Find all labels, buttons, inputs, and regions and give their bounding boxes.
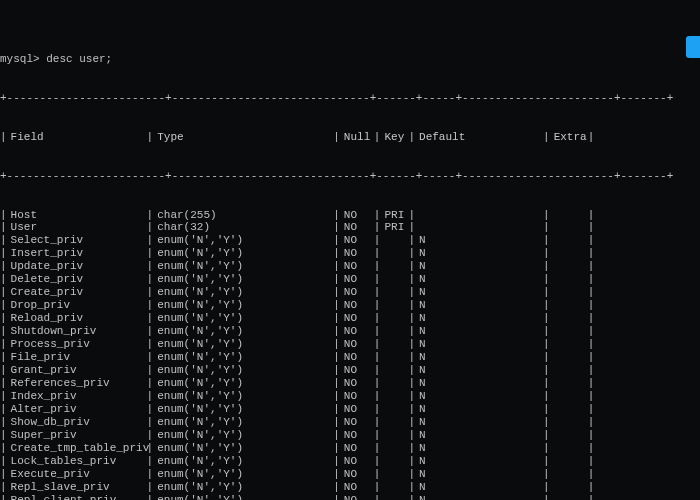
cell-default: N	[415, 260, 543, 273]
cell-key	[380, 260, 408, 273]
cell-type: enum('N','Y')	[153, 429, 333, 442]
cell-type: enum('N','Y')	[153, 416, 333, 429]
cell-type: char(32)	[153, 221, 333, 234]
cell-default	[415, 221, 543, 234]
table-row: |Host|char(255)|NO|PRI|||	[0, 209, 700, 222]
cell-type: enum('N','Y')	[153, 312, 333, 325]
cell-key: PRI	[380, 209, 408, 222]
table-border-header: +------------------------+--------------…	[0, 170, 700, 183]
table-row: |Process_priv|enum('N','Y')|NO||N||	[0, 338, 700, 351]
cell-key	[380, 455, 408, 468]
cell-key	[380, 429, 408, 442]
cell-field: Show_db_priv	[7, 416, 147, 429]
cell-null: NO	[340, 364, 374, 377]
cell-default: N	[415, 286, 543, 299]
cell-null: NO	[340, 351, 374, 364]
cell-type: enum('N','Y')	[153, 286, 333, 299]
cell-null: NO	[340, 468, 374, 481]
cell-default: N	[415, 234, 543, 247]
cell-extra	[550, 481, 588, 494]
cell-key	[380, 325, 408, 338]
cell-field: Repl_slave_priv	[7, 481, 147, 494]
cell-null: NO	[340, 338, 374, 351]
cell-default: N	[415, 377, 543, 390]
col-header-type: Type	[153, 131, 333, 144]
table-row: |Reload_priv|enum('N','Y')|NO||N||	[0, 312, 700, 325]
cell-key	[380, 442, 408, 455]
cell-type: enum('N','Y')	[153, 234, 333, 247]
cell-key	[380, 247, 408, 260]
cell-field: Grant_priv	[7, 364, 147, 377]
cell-key: PRI	[380, 221, 408, 234]
cell-key	[380, 494, 408, 500]
cell-null: NO	[340, 260, 374, 273]
cell-null: NO	[340, 416, 374, 429]
cell-type: enum('N','Y')	[153, 325, 333, 338]
cell-field: Drop_priv	[7, 299, 147, 312]
table-row: |Execute_priv|enum('N','Y')|NO||N||	[0, 468, 700, 481]
cell-type: enum('N','Y')	[153, 338, 333, 351]
cell-null: NO	[340, 312, 374, 325]
cell-field: Delete_priv	[7, 273, 147, 286]
table-row: |Grant_priv|enum('N','Y')|NO||N||	[0, 364, 700, 377]
cell-type: enum('N','Y')	[153, 455, 333, 468]
col-header-null: Null	[340, 131, 374, 144]
cell-null: NO	[340, 494, 374, 500]
cell-null: NO	[340, 234, 374, 247]
table-row: |Create_tmp_table_priv|enum('N','Y')|NO|…	[0, 442, 700, 455]
cell-type: enum('N','Y')	[153, 299, 333, 312]
cell-key	[380, 416, 408, 429]
table-row: |Repl_client_priv|enum('N','Y')|NO||N||	[0, 494, 700, 500]
cell-extra	[550, 351, 588, 364]
cell-type: enum('N','Y')	[153, 260, 333, 273]
cell-extra	[550, 273, 588, 286]
cell-type: enum('N','Y')	[153, 403, 333, 416]
cell-default: N	[415, 338, 543, 351]
cell-type: enum('N','Y')	[153, 364, 333, 377]
cell-extra	[550, 403, 588, 416]
cell-extra	[550, 299, 588, 312]
cell-type: enum('N','Y')	[153, 442, 333, 455]
side-tab-icon[interactable]	[686, 36, 700, 58]
cell-extra	[550, 209, 588, 222]
cell-extra	[550, 221, 588, 234]
col-header-key: Key	[380, 131, 408, 144]
cell-extra	[550, 312, 588, 325]
cell-key	[380, 351, 408, 364]
cell-default: N	[415, 273, 543, 286]
cell-default: N	[415, 429, 543, 442]
cell-field: Lock_tables_priv	[7, 455, 147, 468]
table-header-row: |Field |Type |Null |Key |Default |Extra …	[0, 131, 700, 144]
cell-type: enum('N','Y')	[153, 377, 333, 390]
cell-key	[380, 273, 408, 286]
table-row: |User|char(32)|NO|PRI|||	[0, 221, 700, 234]
cell-default: N	[415, 390, 543, 403]
cell-null: NO	[340, 442, 374, 455]
cell-extra	[550, 390, 588, 403]
cell-null: NO	[340, 286, 374, 299]
cell-null: NO	[340, 325, 374, 338]
cell-field: Index_priv	[7, 390, 147, 403]
table-row: |Alter_priv|enum('N','Y')|NO||N||	[0, 403, 700, 416]
cell-default: N	[415, 481, 543, 494]
mysql-prompt: mysql> desc user;	[0, 52, 700, 66]
cell-type: enum('N','Y')	[153, 351, 333, 364]
cell-default: N	[415, 442, 543, 455]
cell-extra	[550, 494, 588, 500]
cell-field: User	[7, 221, 147, 234]
col-header-default: Default	[415, 131, 543, 144]
cell-null: NO	[340, 209, 374, 222]
cell-type: enum('N','Y')	[153, 481, 333, 494]
cell-extra	[550, 416, 588, 429]
cell-field: Update_priv	[7, 260, 147, 273]
cell-default	[415, 209, 543, 222]
table-row: |Create_priv|enum('N','Y')|NO||N||	[0, 286, 700, 299]
table-row: |File_priv|enum('N','Y')|NO||N||	[0, 351, 700, 364]
cell-default: N	[415, 364, 543, 377]
cell-field: Super_priv	[7, 429, 147, 442]
cell-extra	[550, 364, 588, 377]
cell-default: N	[415, 247, 543, 260]
cell-default: N	[415, 494, 543, 500]
cell-default: N	[415, 416, 543, 429]
cell-key	[380, 364, 408, 377]
